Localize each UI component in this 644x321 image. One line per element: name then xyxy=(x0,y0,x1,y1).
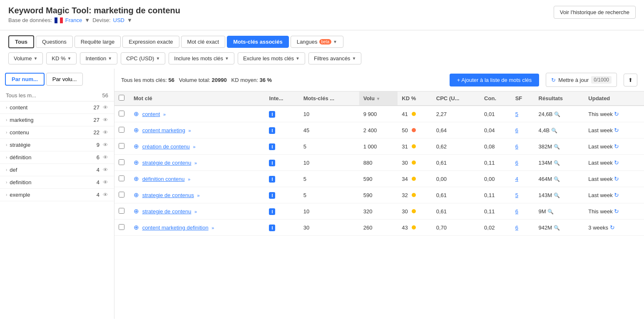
row-checkbox[interactable] xyxy=(119,159,124,165)
sf-link[interactable]: 6 xyxy=(515,208,518,215)
sort-by-num-button[interactable]: Par num... xyxy=(5,73,45,86)
keyword-link[interactable]: création de contenu xyxy=(142,143,190,150)
sf-link[interactable]: 6 xyxy=(515,225,518,231)
tab-expression-exacte[interactable]: Expression exacte xyxy=(122,36,179,48)
add-keyword-icon[interactable]: ⊕ xyxy=(134,191,139,198)
db-link[interactable]: France xyxy=(65,17,82,23)
row-checkbox-cell[interactable] xyxy=(114,122,129,138)
add-keyword-icon[interactable]: ⊕ xyxy=(134,159,139,166)
sidebar-item-definition[interactable]: › définition 6 👁 xyxy=(0,151,114,164)
eye-icon[interactable]: 👁 xyxy=(103,154,108,160)
add-keyword-icon[interactable]: ⊕ xyxy=(134,126,139,133)
currency-link[interactable]: USD xyxy=(113,17,124,23)
sidebar-item-exemple[interactable]: › exemple 4 👁 xyxy=(0,189,114,201)
row-checkbox-cell[interactable] xyxy=(114,187,129,203)
results-cell: 382M 🔍 xyxy=(535,138,584,155)
tab-langues[interactable]: Langues beta ▼ xyxy=(291,36,343,48)
add-keyword-icon[interactable]: ⊕ xyxy=(134,143,139,150)
eye-icon[interactable]: 👁 xyxy=(103,179,108,185)
eye-icon[interactable]: 👁 xyxy=(103,104,108,111)
eye-icon[interactable]: 👁 xyxy=(103,192,108,198)
tab-requete-large[interactable]: Requête large xyxy=(75,36,121,48)
update-button[interactable]: ↻ Mettre à jour 0/1000 xyxy=(546,73,617,87)
sf-link[interactable]: 6 xyxy=(515,127,518,133)
row-checkbox[interactable] xyxy=(119,111,124,116)
keyword-link[interactable]: définition contenu xyxy=(142,176,185,182)
filter-volume[interactable]: Volume ▼ xyxy=(8,52,43,64)
th-kd[interactable]: KD % xyxy=(398,91,432,106)
eye-icon[interactable]: 👁 xyxy=(103,142,108,148)
filter-inclure[interactable]: Inclure les mots clés ▼ xyxy=(169,52,234,64)
add-keyword-icon[interactable]: ⊕ xyxy=(134,110,139,117)
sidebar-item-contenu[interactable]: › contenu 22 👁 xyxy=(0,126,114,139)
refresh-icon[interactable]: ↻ xyxy=(614,208,619,215)
th-sf[interactable]: SF xyxy=(511,91,535,106)
results-cell: 9M 🔍 xyxy=(535,203,584,220)
sf-link[interactable]: 4 xyxy=(515,176,518,182)
row-checkbox[interactable] xyxy=(119,143,124,149)
tab-mots-cles-associes[interactable]: Mots-clés associés xyxy=(227,36,289,48)
keyword-link[interactable]: content marketing xyxy=(142,127,185,133)
row-checkbox-cell[interactable] xyxy=(114,171,129,187)
add-to-list-button[interactable]: + Ajouter à la liste de mots clés xyxy=(450,74,540,86)
row-checkbox[interactable] xyxy=(119,208,124,214)
row-checkbox-cell[interactable] xyxy=(114,203,129,220)
refresh-icon[interactable]: ↻ xyxy=(614,111,619,117)
row-checkbox[interactable] xyxy=(119,192,124,198)
keyword-link[interactable]: content marketing definition xyxy=(142,225,209,231)
sort-by-volu-button[interactable]: Par volu... xyxy=(46,73,83,86)
add-keyword-icon[interactable]: ⊕ xyxy=(134,175,139,182)
tab-questions[interactable]: Questions xyxy=(36,36,73,48)
row-checkbox-cell[interactable] xyxy=(114,106,129,122)
eye-icon[interactable]: 👁 xyxy=(103,117,108,123)
filter-kd[interactable]: KD % ▼ xyxy=(46,52,77,64)
th-keyword[interactable]: Mot clé xyxy=(129,91,265,106)
th-checkbox[interactable] xyxy=(114,91,129,106)
sidebar-item-content[interactable]: › content 27 👁 xyxy=(0,101,114,114)
refresh-icon[interactable]: ↻ xyxy=(614,159,619,166)
filter-exclure[interactable]: Exclure les mots clés ▼ xyxy=(238,52,305,64)
keyword-link[interactable]: strategie de contenu xyxy=(142,208,191,215)
refresh-icon[interactable]: ↻ xyxy=(614,127,619,133)
sidebar-item-strategie[interactable]: › stratégie 9 👁 xyxy=(0,139,114,151)
refresh-icon[interactable]: ↻ xyxy=(610,224,615,231)
keyword-link[interactable]: stratégie de contenu xyxy=(142,160,191,166)
refresh-icon[interactable]: ↻ xyxy=(614,143,619,150)
row-checkbox-cell[interactable] xyxy=(114,155,129,171)
sf-link[interactable]: 5 xyxy=(515,111,518,117)
select-all-checkbox[interactable] xyxy=(119,95,124,101)
row-checkbox[interactable] xyxy=(119,224,124,230)
add-keyword-icon[interactable]: ⊕ xyxy=(134,224,139,231)
eye-icon[interactable]: 👁 xyxy=(103,167,108,173)
sf-link[interactable]: 6 xyxy=(515,160,518,166)
export-button[interactable]: ⬆ xyxy=(624,74,637,86)
th-volume[interactable]: Volu ▼ xyxy=(359,91,398,106)
row-checkbox[interactable] xyxy=(119,127,124,133)
sf-link[interactable]: 6 xyxy=(515,143,518,150)
th-mots-cles[interactable]: Mots-clés ... xyxy=(299,91,359,106)
history-button[interactable]: Voir l'historique de recherche xyxy=(554,6,636,19)
sidebar-item-marketing[interactable]: › marketing 27 👁 xyxy=(0,114,114,126)
tab-tous[interactable]: Tous xyxy=(8,35,34,48)
filter-intention[interactable]: Intention ▼ xyxy=(80,52,117,64)
add-keyword-icon[interactable]: ⊕ xyxy=(134,207,139,215)
eye-icon[interactable]: 👁 xyxy=(103,129,108,136)
th-updated[interactable]: Updated xyxy=(584,91,644,106)
th-intent[interactable]: Inte... xyxy=(265,91,299,106)
row-checkbox-cell[interactable] xyxy=(114,138,129,155)
row-checkbox[interactable] xyxy=(119,175,124,181)
refresh-icon[interactable]: ↻ xyxy=(614,192,619,198)
tab-mot-cle-exact[interactable]: Mot clé exact xyxy=(181,36,226,48)
filter-avances[interactable]: Filtres avancés ▼ xyxy=(308,52,361,64)
th-con[interactable]: Con. xyxy=(480,91,511,106)
th-results[interactable]: Résultats xyxy=(535,91,584,106)
row-checkbox-cell[interactable] xyxy=(114,220,129,236)
filter-cpc[interactable]: CPC (USD) ▼ xyxy=(121,52,165,64)
sidebar-item-def[interactable]: › def 4 👁 xyxy=(0,164,114,176)
th-cpc[interactable]: CPC (U... xyxy=(432,91,480,106)
sf-link[interactable]: 5 xyxy=(515,192,518,198)
keyword-link[interactable]: content xyxy=(142,111,160,117)
refresh-icon[interactable]: ↻ xyxy=(614,175,619,182)
keyword-link[interactable]: strategie de contenus xyxy=(142,192,194,198)
sidebar-item-definition2[interactable]: › definition 4 👁 xyxy=(0,176,114,189)
